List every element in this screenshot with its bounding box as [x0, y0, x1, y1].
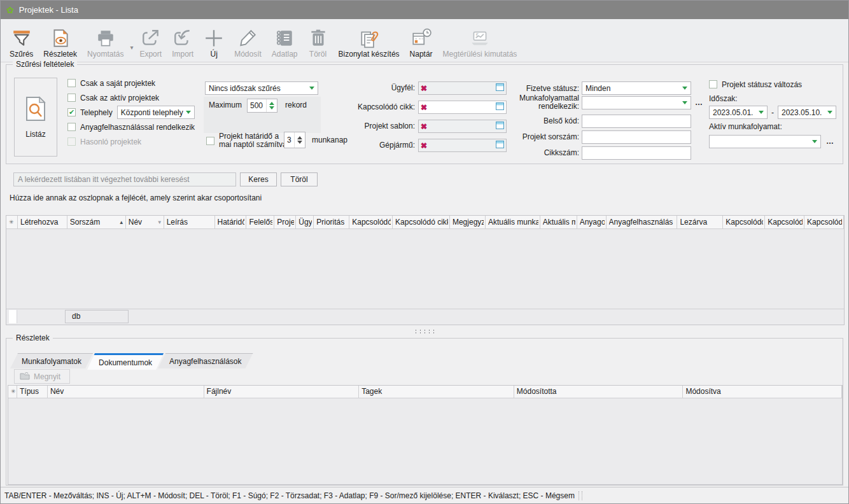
munkafolyamattal-combo[interactable]	[582, 96, 691, 109]
documents-grid-body[interactable]	[8, 398, 842, 484]
arrow-down-icon[interactable]	[269, 106, 274, 109]
toolbar-button-details[interactable]: Részletek	[38, 22, 82, 59]
column-header[interactable]: Kapcsolódó (	[723, 216, 765, 228]
checkbox[interactable]	[67, 137, 76, 146]
fizetve-value: Minden	[586, 84, 680, 93]
column-header[interactable]: ✳	[6, 216, 18, 228]
horizontal-splitter[interactable]	[1, 326, 848, 337]
roi-chart-icon: €	[469, 27, 491, 50]
column-header-label: Kapcsolódó cikksz:	[395, 216, 448, 228]
chevron-down-icon	[309, 87, 314, 90]
checkbox[interactable]	[67, 94, 76, 102]
toolbar-button-edit[interactable]: Módosít	[229, 22, 267, 59]
keres-button[interactable]: Keres	[240, 172, 277, 186]
column-header[interactable]: Módosítva	[683, 386, 842, 398]
column-header[interactable]: Módosította	[514, 386, 684, 398]
aktiv-munkafolyamat-combo[interactable]	[709, 135, 821, 148]
column-header-label: Módosítva	[685, 386, 840, 398]
column-header-label: Anyagfelhasználás lez	[609, 216, 676, 228]
munkafolyamattal-ellipsis-button[interactable]: …	[694, 96, 705, 109]
fizetve-combo[interactable]: Minden	[582, 81, 691, 95]
arrow-up-icon[interactable]	[269, 102, 274, 105]
aktiv-munkafolyamat-ellipsis-button[interactable]: …	[825, 135, 836, 148]
clear-x-icon[interactable]: ✖	[421, 104, 427, 111]
column-header[interactable]: Proje	[274, 216, 296, 228]
group-by-hint[interactable]: Húzza ide annak az oszlopnak a fejlécét,…	[10, 193, 262, 202]
column-header[interactable]: Típus	[17, 386, 48, 398]
deadline-checkbox[interactable]	[206, 137, 214, 145]
checkbox[interactable]	[67, 79, 76, 87]
deadline-label: Projekt határidő a mai naptól számítva	[219, 132, 287, 149]
column-header[interactable]: Fájlnév	[204, 386, 360, 398]
column-header[interactable]: Határidő	[215, 216, 247, 228]
column-header[interactable]: Leírás	[164, 216, 215, 228]
lookup-field-label: Projekt sablon:	[337, 120, 415, 133]
toolbar-button-roi-chart[interactable]: €Megtérülési kimutatás	[438, 22, 523, 59]
aktiv-munkafolyamat-label: Aktív munkafolyamat:	[709, 122, 782, 131]
arrow-up-icon[interactable]	[297, 136, 302, 139]
date-from-picker[interactable]: 2023.05.01.	[709, 106, 768, 119]
toolbar-button-export[interactable]: Export	[134, 22, 167, 59]
projects-grid-body[interactable]	[6, 229, 844, 311]
toolbar-button-notebook[interactable]: Adatlap	[267, 22, 303, 59]
tab-dokumentumok[interactable]: Dokumentumok	[87, 353, 164, 370]
belso-kod-label: Belső kód:	[488, 116, 579, 126]
projects-grid: ✳LétrehozvaSorszám▲Név▼LeírásHatáridőFel…	[6, 215, 845, 325]
telephely-combo[interactable]: Központi telephely	[117, 106, 195, 119]
column-header[interactable]: Kapcsolódó	[765, 216, 804, 228]
checkbox[interactable]	[67, 108, 76, 116]
period-filter-combo[interactable]: Nincs időszak szűrés	[205, 81, 318, 95]
megnyit-button[interactable]: Megnyit	[14, 369, 70, 384]
tab-anyagfelhasználások[interactable]: Anyagfelhasználások	[158, 353, 253, 368]
clear-x-icon[interactable]: ✖	[421, 142, 427, 150]
column-header[interactable]: Prioritás	[314, 216, 349, 228]
arrow-down-icon[interactable]	[297, 141, 302, 144]
asterisk-indicator-icon: ✳	[9, 216, 14, 228]
projekt-sorszam-field[interactable]	[582, 130, 691, 144]
belso-kod-field[interactable]	[582, 115, 691, 128]
tab-munkafolyamatok[interactable]: Munkafolyamatok	[10, 353, 93, 368]
stepper-arrows[interactable]	[266, 99, 277, 112]
column-header[interactable]: Sorszám▲	[67, 216, 126, 228]
column-header-label: Név	[129, 216, 156, 228]
toolbar-button-new[interactable]: Új	[199, 22, 229, 59]
column-header[interactable]: Kapcsolódó	[804, 216, 844, 228]
deadline-days-stepper[interactable]: 3	[284, 132, 305, 148]
clear-x-icon[interactable]: ✖	[421, 123, 427, 130]
print-dropdown-arrow-icon[interactable]: ▾	[129, 44, 134, 51]
toolbar-button-calendar-clock[interactable]: Naptár	[405, 22, 438, 59]
toolbar-button-filter[interactable]: Szűrés	[4, 22, 38, 59]
clear-x-icon[interactable]: ✖	[421, 85, 427, 92]
column-header[interactable]: Név	[48, 386, 204, 398]
column-header[interactable]: Megjegyz	[450, 216, 486, 228]
toolbar-button-receipt-paperclip[interactable]: Bizonylat készítés	[333, 22, 405, 59]
column-header[interactable]: Anyago	[577, 216, 607, 228]
column-header[interactable]: ✳	[8, 386, 17, 398]
column-header[interactable]: Ügy	[296, 216, 314, 228]
statusbar-text: TAB/ENTER - Mezőváltás; INS - Új; ALT+M …	[4, 491, 575, 500]
maximum-records-stepper[interactable]: 500	[247, 99, 277, 113]
search-input[interactable]	[13, 172, 236, 186]
toolbar-button-print[interactable]: Nyomtatás	[82, 22, 129, 59]
column-header[interactable]: Aktuális munka	[486, 216, 540, 228]
projekt-statusz-checkbox[interactable]	[709, 80, 717, 88]
checkbox[interactable]	[67, 123, 76, 131]
listaz-button[interactable]: Listáz	[14, 78, 57, 157]
projekt-statusz-label: Projekt státusz változás	[722, 80, 802, 89]
filter-dropdown-icon[interactable]: ▼	[157, 216, 162, 228]
column-header[interactable]: Kapcsolódó cikksz:	[393, 216, 450, 228]
column-header[interactable]: Anyagfelhasználás lez	[607, 216, 678, 228]
toolbar-button-import[interactable]: Import	[167, 22, 199, 59]
column-header[interactable]: Lezárva	[677, 216, 723, 228]
toolbar-button-trash[interactable]: Töröl	[303, 22, 333, 59]
column-header[interactable]: Kapcsolódó cikk	[349, 216, 393, 228]
column-header[interactable]: Felelős	[246, 216, 274, 228]
column-header[interactable]: Név▼	[126, 216, 164, 228]
column-header[interactable]: Létrehozva	[18, 216, 67, 228]
torol-button[interactable]: Töröl	[281, 172, 318, 186]
cikkszam-field[interactable]	[582, 146, 691, 160]
date-to-picker[interactable]: 2023.05.10.	[778, 106, 836, 119]
column-header[interactable]: Aktuális m	[540, 216, 577, 228]
column-header[interactable]: Tagek	[359, 386, 514, 398]
stepper-arrows[interactable]	[294, 132, 305, 148]
